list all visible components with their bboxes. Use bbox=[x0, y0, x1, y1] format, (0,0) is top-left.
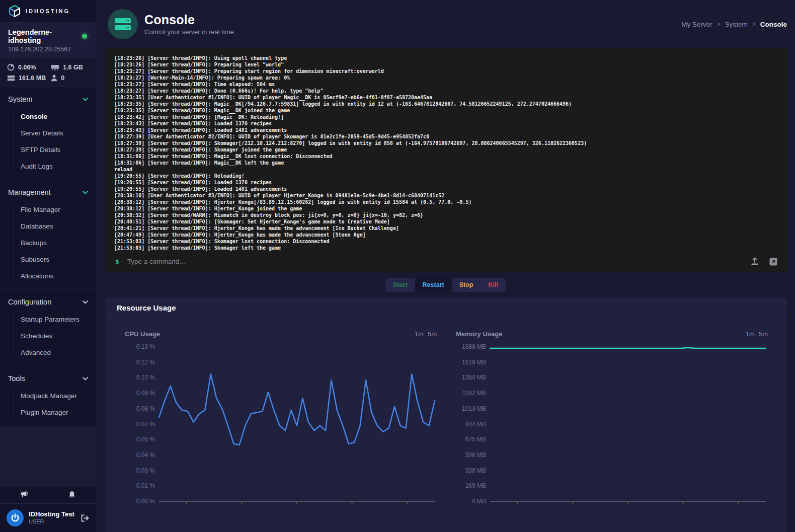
page-header: Console Control your server in real time… bbox=[96, 0, 795, 48]
server-stat: 1.6 GB bbox=[51, 63, 89, 71]
sidebar-item-file-manager[interactable]: File Manager bbox=[0, 201, 96, 218]
avatar[interactable] bbox=[7, 509, 24, 526]
resource-usage-title: Resource Usage bbox=[117, 303, 176, 312]
brand-name: IDHOSTING bbox=[26, 8, 70, 14]
nav-group-header-management[interactable]: Management bbox=[0, 183, 96, 201]
popout-button[interactable] bbox=[769, 258, 777, 266]
server-address: 109.176.202.28:25567 bbox=[8, 46, 88, 53]
svg-text:0.08 %: 0.08 % bbox=[136, 405, 155, 412]
breadcrumb-item[interactable]: My Server bbox=[681, 21, 712, 28]
console-log-line: [18:23:27] [Worker-Main-14/INFO]: Prepar… bbox=[114, 74, 778, 81]
svg-text:1688 MB: 1688 MB bbox=[462, 343, 486, 350]
server-stat: 0 bbox=[51, 74, 89, 82]
breadcrumb-item[interactable]: Console bbox=[760, 21, 787, 28]
svg-text:0.00 %: 0.00 % bbox=[136, 498, 155, 505]
nav-group-label: System bbox=[8, 95, 32, 103]
range-5m-button[interactable]: 5m bbox=[428, 330, 437, 338]
charts-container: CPU Usage1m5m0.13 %0.12 %0.10 %0.09 %0.0… bbox=[106, 319, 787, 508]
console-log-line: [18:23:27] [Server thread/INFO]: Time el… bbox=[114, 81, 778, 88]
chart-plot: 1688 MB1519 MB1350 MB1182 MB1013 MB844 M… bbox=[456, 342, 768, 506]
nav-items: File ManagerDatabasesBackupsSubusersAllo… bbox=[0, 201, 96, 287]
console-log-line: [18:23:27] [Server thread/INFO]: Done (0… bbox=[114, 88, 778, 94]
svg-text:0.12 %: 0.12 % bbox=[136, 359, 155, 366]
sidebar-item-subusers[interactable]: Subusers bbox=[0, 251, 96, 268]
breadcrumb-separator: > bbox=[752, 21, 756, 28]
sidebar-nav: SystemConsoleServer DetailsSFTP DetailsA… bbox=[0, 87, 96, 426]
nav-group-tools: ToolsModpack ManagerPlugin Manager bbox=[0, 366, 96, 426]
sidebar-item-databases[interactable]: Databases bbox=[0, 218, 96, 235]
range-5m-button[interactable]: 5m bbox=[759, 330, 768, 338]
stat-value: 0 bbox=[61, 74, 64, 82]
memory-icon bbox=[51, 64, 59, 70]
server-stat: 161.6 MB bbox=[7, 74, 51, 82]
console-panel: [18:23:26] [Server thread/INFO]: Using e… bbox=[106, 48, 787, 272]
start-button[interactable]: Start bbox=[385, 278, 415, 292]
console-log-line: [19:20:55] [Server thread/INFO]: Reloadi… bbox=[114, 173, 778, 179]
megaphone-icon bbox=[20, 491, 28, 498]
chart-title: Memory Usage bbox=[456, 330, 502, 338]
nav-group-header-configuration[interactable]: Configuration bbox=[0, 293, 96, 311]
logout-icon bbox=[81, 514, 89, 522]
svg-text:1013 MB: 1013 MB bbox=[462, 405, 486, 412]
notifications-button[interactable] bbox=[48, 486, 97, 503]
console-log-line: [18:23:35] [User Authenticator #1/INFO]:… bbox=[114, 94, 778, 101]
console-badge bbox=[108, 9, 138, 39]
console-log-line: [18:23:43] [Server thread/INFO]: Loaded … bbox=[114, 127, 778, 133]
breadcrumb-separator: > bbox=[717, 21, 721, 28]
svg-text:1350 MB: 1350 MB bbox=[462, 374, 486, 381]
sidebar-item-schedules[interactable]: Schedules bbox=[0, 328, 96, 344]
logout-button[interactable] bbox=[81, 514, 89, 522]
stop-button[interactable]: Stop bbox=[452, 278, 481, 292]
svg-text:0 MB: 0 MB bbox=[472, 498, 486, 505]
sidebar-item-sftp-details[interactable]: SFTP Details bbox=[0, 141, 96, 158]
stat-value: 1.6 GB bbox=[63, 64, 83, 71]
svg-text:0.13 %: 0.13 % bbox=[136, 343, 155, 350]
popout-icon bbox=[769, 258, 777, 266]
breadcrumb: My Server>System>Console bbox=[681, 21, 787, 28]
sidebar-footer-icons bbox=[0, 485, 96, 504]
sidebar-item-modpack-manager[interactable]: Modpack Manager bbox=[0, 388, 96, 404]
sidebar-item-plugin-manager[interactable]: Plugin Manager bbox=[0, 404, 96, 421]
user-name: IDHosting Test bbox=[29, 510, 75, 518]
sidebar-item-startup-parameters[interactable]: Startup Parameters bbox=[0, 311, 96, 328]
chart-range-options: 1m5m bbox=[746, 330, 768, 338]
upload-button[interactable] bbox=[750, 257, 759, 266]
brand-logo[interactable]: IDHOSTING bbox=[0, 0, 96, 23]
nav-group-management: ManagementFile ManagerDatabasesBackupsSu… bbox=[0, 180, 96, 290]
console-log[interactable]: [18:23:26] [Server thread/INFO]: Using e… bbox=[106, 48, 787, 251]
sidebar-item-backups[interactable]: Backups bbox=[0, 235, 96, 251]
console-log-line: reload bbox=[114, 166, 778, 173]
svg-text:0.04 %: 0.04 % bbox=[136, 451, 155, 459]
nav-group-label: Configuration bbox=[8, 298, 51, 306]
kill-button[interactable]: Kill bbox=[481, 278, 505, 292]
svg-text:0.09 %: 0.09 % bbox=[136, 390, 155, 397]
sidebar-item-console[interactable]: Console bbox=[0, 108, 96, 125]
range-1m-button[interactable]: 1m bbox=[415, 330, 424, 338]
cpu-icon bbox=[7, 63, 15, 71]
range-1m-button[interactable]: 1m bbox=[746, 330, 755, 338]
sidebar-item-advanced[interactable]: Advanced bbox=[0, 344, 96, 361]
sidebar-filler bbox=[0, 426, 96, 485]
breadcrumb-item[interactable]: System bbox=[725, 21, 748, 28]
svg-text:1519 MB: 1519 MB bbox=[462, 359, 486, 366]
svg-text:844 MB: 844 MB bbox=[465, 421, 486, 428]
nav-group-header-tools[interactable]: Tools bbox=[0, 369, 96, 388]
command-input[interactable] bbox=[127, 258, 750, 265]
chevron-down-icon bbox=[83, 300, 88, 304]
console-log-line: [20:47:49] [Server thread/INFO]: Hjerter… bbox=[114, 232, 778, 238]
user-role: USER bbox=[29, 518, 75, 525]
console-log-line: [20:38:32] [Server thread/WARN]: Mismatc… bbox=[114, 212, 778, 218]
page-subtitle: Control your server in real time. bbox=[144, 28, 235, 36]
sidebar-item-allocations[interactable]: Allocations bbox=[0, 268, 96, 284]
cube-logo-icon bbox=[8, 5, 21, 18]
stat-value: 161.6 MB bbox=[19, 74, 46, 82]
nav-group-header-system[interactable]: System bbox=[0, 90, 96, 108]
announcements-button[interactable] bbox=[0, 486, 48, 503]
chevron-down-icon bbox=[83, 191, 88, 194]
server-stats: 0.06%1.6 GB161.6 MB0 bbox=[0, 58, 96, 87]
sidebar-item-audit-logs[interactable]: Audit Logs bbox=[0, 158, 96, 175]
console-log-line: [19:20:55] [Server thread/INFO]: Loaded … bbox=[114, 179, 778, 186]
restart-button[interactable]: Restart bbox=[415, 278, 452, 292]
sidebar-item-server-details[interactable]: Server Details bbox=[0, 125, 96, 141]
server-stack-icon bbox=[114, 17, 131, 31]
